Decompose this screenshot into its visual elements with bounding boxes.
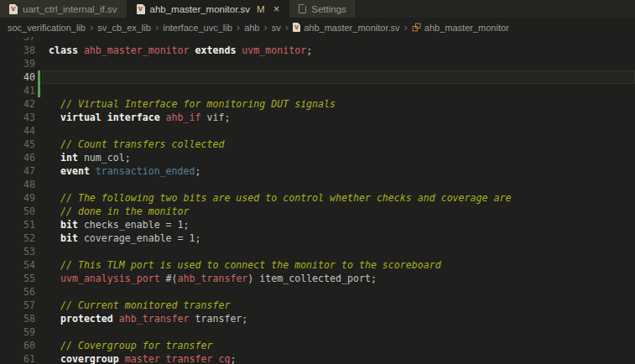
code-line[interactable]: 43 virtual interface ahb_if vif; (0, 111, 635, 124)
line-number[interactable]: 53 (0, 245, 35, 258)
code-token: num_col; (84, 152, 131, 164)
code-token: uvm_monitor (242, 44, 306, 56)
chevron-right-icon: › (263, 23, 267, 32)
code-text (35, 178, 49, 191)
line-number[interactable]: 44 (0, 124, 35, 138)
code-token: class (49, 44, 84, 56)
line-number[interactable]: 41 (0, 84, 35, 97)
code-line[interactable]: 42 // Virtual Interface for monitoring D… (0, 97, 635, 111)
line-number[interactable]: 56 (0, 285, 35, 299)
line-number[interactable]: 61 (0, 352, 35, 364)
breadcrumb-item[interactable]: ahb (244, 23, 259, 33)
line-number[interactable]: 55 (0, 272, 35, 285)
code-line[interactable]: 46 int num_col; (0, 151, 635, 164)
code-token: vif; (201, 112, 231, 123)
breadcrumb-item[interactable]: ahb_master_monitor.sv (304, 23, 399, 33)
code-text (35, 37, 49, 44)
code-line[interactable]: 58 protected ahb_transfer transfer; (0, 312, 635, 325)
git-modified-badge: M (257, 4, 265, 14)
line-number[interactable]: 57 (0, 299, 35, 312)
code-token: ahb_transfer (119, 313, 190, 325)
code-line[interactable]: 59 (0, 325, 635, 339)
code-line[interactable]: 53 (0, 245, 635, 258)
code-line[interactable]: 61 covergroup master_transfer_cg; (0, 352, 635, 364)
code-token: transfer; (190, 313, 248, 325)
tab-ahb-master-monitor[interactable]: V ahb_master_monitor.sv M × (128, 0, 290, 18)
code-text (35, 285, 49, 299)
breadcrumb-item[interactable]: sv_cb_ex_lib (97, 23, 151, 33)
code-line[interactable]: 38class ahb_master_monitor extends uvm_m… (0, 44, 635, 57)
code-text: // Virtual Interface for monitoring DUT … (35, 97, 336, 111)
code-line[interactable]: 37 (0, 37, 635, 44)
code-token: // Covergroup for transfer (49, 340, 212, 351)
code-text: virtual interface ahb_if vif; (35, 111, 230, 124)
chevron-right-icon: › (155, 23, 159, 32)
breadcrumb-item[interactable]: sv (272, 23, 281, 33)
line-number[interactable]: 46 (0, 151, 35, 164)
code-token: // This TLM port is used to connect the … (49, 259, 441, 271)
code-text: // Covergroup for transfer (35, 339, 212, 352)
code-line[interactable]: 55 uvm_analysis_port #(ahb_transfer) ite… (0, 272, 635, 285)
code-text: class ahb_master_monitor extends uvm_mon… (35, 44, 312, 57)
code-line[interactable]: 48 (0, 178, 635, 191)
tab-label: Settings (311, 4, 346, 14)
code-line[interactable]: 47 event transaction_ended; (0, 164, 635, 178)
code-token: protected (49, 313, 119, 325)
line-number[interactable]: 58 (0, 312, 35, 325)
code-token: ahb_transfer (178, 273, 248, 284)
code-text: // Current monitored transfer (35, 299, 230, 312)
code-line[interactable]: 40 (0, 70, 635, 84)
breadcrumb-item[interactable]: interface_uvc_lib (163, 23, 232, 33)
line-number[interactable]: 54 (0, 258, 35, 272)
code-line[interactable]: 57 // Current monitored transfer (0, 299, 635, 312)
code-token: // done in the monitor (49, 205, 190, 217)
code-token: coverage_enable = 1; (84, 232, 201, 244)
code-line[interactable]: 45 // Count transfers collected (0, 138, 635, 151)
code-line[interactable]: 50 // done in the monitor (0, 205, 635, 218)
code-line[interactable]: 41 (0, 84, 635, 97)
line-number[interactable]: 50 (0, 205, 35, 218)
code-token: extends (190, 44, 242, 56)
line-number[interactable]: 38 (0, 44, 35, 57)
code-line[interactable]: 56 (0, 285, 635, 299)
code-text (35, 84, 49, 97)
line-number[interactable]: 40 (0, 70, 35, 84)
line-number[interactable]: 45 (0, 138, 35, 151)
code-line[interactable]: 49 // The following two bits are used to… (0, 191, 635, 205)
code-text (35, 124, 49, 138)
line-number[interactable]: 37 (0, 37, 35, 44)
line-number[interactable]: 43 (0, 111, 35, 124)
code-text: // This TLM port is used to connect the … (35, 258, 441, 272)
code-token: checks_enable = 1; (84, 219, 190, 231)
tab-label: uart_ctrl_internal_if.sv (23, 4, 117, 14)
chevron-right-icon: › (90, 23, 93, 32)
breadcrumb-item[interactable]: soc_verification_lib (8, 23, 86, 33)
code-line[interactable]: 54 // This TLM port is used to connect t… (0, 258, 635, 272)
code-line[interactable]: 39 (0, 57, 635, 70)
line-number[interactable]: 39 (0, 57, 35, 70)
code-editor[interactable]: 3738class ahb_master_monitor extends uvm… (0, 37, 635, 364)
line-number[interactable]: 49 (0, 191, 35, 205)
code-line[interactable]: 44 (0, 124, 635, 138)
code-text (35, 325, 49, 339)
code-token: // Count transfers collected (49, 138, 224, 150)
code-line[interactable]: 51 bit checks_enable = 1; (0, 218, 635, 231)
code-text: bit coverage_enable = 1; (35, 231, 201, 245)
line-number[interactable]: 52 (0, 231, 35, 245)
tab-uart-ctrl-internal-if[interactable]: V uart_ctrl_internal_if.sv (0, 0, 128, 18)
line-number[interactable]: 59 (0, 325, 35, 339)
breadcrumb-item[interactable]: ahb_master_monitor (424, 23, 509, 33)
line-number[interactable]: 47 (0, 164, 35, 178)
code-line[interactable]: 52 bit coverage_enable = 1; (0, 231, 635, 245)
code-token: ahb_if (166, 112, 201, 123)
line-number[interactable]: 48 (0, 178, 35, 191)
line-number[interactable]: 60 (0, 339, 35, 352)
line-number[interactable]: 51 (0, 218, 35, 231)
tab-label: ahb_master_monitor.sv (150, 4, 251, 14)
code-token: virtual interface (49, 112, 166, 123)
code-token: // Virtual Interface for monitoring DUT … (49, 98, 336, 110)
line-number[interactable]: 42 (0, 97, 35, 111)
close-icon[interactable]: × (273, 3, 280, 14)
tab-settings[interactable]: Settings (289, 0, 357, 18)
code-line[interactable]: 60 // Covergroup for transfer (0, 339, 635, 352)
